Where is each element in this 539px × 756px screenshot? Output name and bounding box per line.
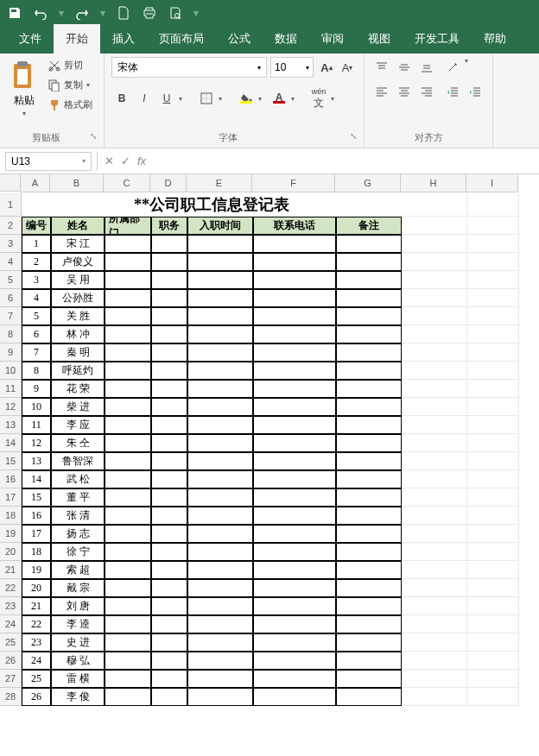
phone-cell[interactable] <box>253 470 336 488</box>
remark-cell[interactable] <box>336 289 402 307</box>
row-number[interactable]: 22 <box>22 615 51 633</box>
name-cell[interactable]: 花 荣 <box>51 380 105 398</box>
orientation-button[interactable] <box>442 57 463 78</box>
dept-cell[interactable] <box>105 561 151 579</box>
cell[interactable] <box>467 507 519 525</box>
date-cell[interactable] <box>187 525 253 543</box>
date-cell[interactable] <box>187 615 253 633</box>
cell[interactable] <box>402 633 467 652</box>
cell[interactable] <box>402 325 467 343</box>
align-center-button[interactable] <box>394 81 415 102</box>
cell[interactable] <box>402 525 467 543</box>
name-cell[interactable]: 李 应 <box>51 416 105 434</box>
phone-cell[interactable] <box>253 398 336 416</box>
dept-cell[interactable] <box>105 670 151 688</box>
position-cell[interactable] <box>151 307 187 325</box>
remark-cell[interactable] <box>336 307 402 325</box>
tab-view[interactable]: 视图 <box>356 24 403 54</box>
column-header[interactable]: G <box>335 174 401 192</box>
phone-cell[interactable] <box>253 652 336 670</box>
borders-button[interactable] <box>196 88 217 109</box>
row-header[interactable]: 5 <box>0 271 21 289</box>
position-cell[interactable] <box>151 398 187 416</box>
dept-cell[interactable] <box>105 307 151 325</box>
position-cell[interactable] <box>151 380 187 398</box>
date-cell[interactable] <box>187 416 253 434</box>
align-bottom-button[interactable] <box>416 57 437 78</box>
sheet-title[interactable]: **公司职工信息登记表 <box>22 192 402 217</box>
remark-cell[interactable] <box>336 253 402 271</box>
cell[interactable] <box>467 652 519 670</box>
phone-cell[interactable] <box>253 271 336 289</box>
cell[interactable] <box>467 452 519 470</box>
remark-cell[interactable] <box>336 434 402 452</box>
cell[interactable] <box>467 325 519 343</box>
date-cell[interactable] <box>187 289 253 307</box>
position-cell[interactable] <box>151 452 187 470</box>
cell[interactable] <box>467 192 519 217</box>
cancel-formula-icon[interactable]: ✕ <box>105 154 114 167</box>
row-header[interactable]: 27 <box>0 670 21 688</box>
table-header[interactable]: 职务 <box>151 217 187 235</box>
date-cell[interactable] <box>187 488 253 507</box>
row-header[interactable]: 7 <box>0 307 21 325</box>
name-cell[interactable]: 朱 仝 <box>51 434 105 452</box>
cell[interactable] <box>467 615 519 633</box>
row-number[interactable]: 9 <box>22 380 51 398</box>
remark-cell[interactable] <box>336 271 402 289</box>
row-header[interactable]: 6 <box>0 289 21 307</box>
row-header[interactable]: 16 <box>0 470 21 488</box>
cell[interactable] <box>467 253 519 271</box>
remark-cell[interactable] <box>336 452 402 470</box>
position-cell[interactable] <box>151 579 187 597</box>
row-number[interactable]: 7 <box>22 343 51 362</box>
remark-cell[interactable] <box>336 670 402 688</box>
cell[interactable] <box>402 398 467 416</box>
name-cell[interactable]: 关 胜 <box>51 307 105 325</box>
date-cell[interactable] <box>187 670 253 688</box>
font-color-button[interactable]: A <box>269 88 289 109</box>
phone-cell[interactable] <box>253 507 336 525</box>
fx-icon[interactable]: fx <box>137 154 146 167</box>
name-cell[interactable]: 戴 宗 <box>51 579 105 597</box>
dept-cell[interactable] <box>105 398 151 416</box>
cell[interactable] <box>467 307 519 325</box>
tab-insert[interactable]: 插入 <box>100 24 147 54</box>
row-number[interactable]: 10 <box>22 398 51 416</box>
remark-cell[interactable] <box>336 615 402 633</box>
date-cell[interactable] <box>187 434 253 452</box>
paste-button[interactable]: 粘贴 ▾ <box>7 57 41 121</box>
cell[interactable] <box>402 488 467 507</box>
row-number[interactable]: 26 <box>22 688 51 706</box>
cell[interactable] <box>402 543 467 561</box>
position-cell[interactable] <box>151 507 187 525</box>
decrease-indent-button[interactable] <box>442 81 463 102</box>
row-header[interactable]: 12 <box>0 398 21 416</box>
cell[interactable] <box>402 652 467 670</box>
dept-cell[interactable] <box>105 253 151 271</box>
date-cell[interactable] <box>187 362 253 380</box>
cell[interactable] <box>402 253 467 271</box>
dept-cell[interactable] <box>105 380 151 398</box>
cell[interactable] <box>402 217 467 235</box>
phone-cell[interactable] <box>253 253 336 271</box>
phone-cell[interactable] <box>253 688 336 706</box>
position-cell[interactable] <box>151 289 187 307</box>
remark-cell[interactable] <box>336 597 402 615</box>
row-number[interactable]: 4 <box>22 289 51 307</box>
chevron-down-icon[interactable]: ▾ <box>179 95 187 103</box>
cell[interactable] <box>402 597 467 615</box>
name-cell[interactable]: 徐 宁 <box>51 543 105 561</box>
chevron-down-icon[interactable]: ▾ <box>291 95 300 103</box>
fill-color-button[interactable] <box>236 88 257 109</box>
name-cell[interactable]: 董 平 <box>51 488 105 507</box>
row-number[interactable]: 16 <box>22 507 51 525</box>
column-header[interactable]: I <box>466 174 518 192</box>
row-header[interactable]: 14 <box>0 434 21 452</box>
position-cell[interactable] <box>151 652 187 670</box>
copy-button[interactable]: 复制▾ <box>47 77 97 93</box>
name-cell[interactable]: 公孙胜 <box>51 289 105 307</box>
name-cell[interactable]: 李 逵 <box>51 615 105 633</box>
column-header[interactable]: H <box>401 174 466 192</box>
chevron-down-icon[interactable]: ▾ <box>331 95 339 103</box>
